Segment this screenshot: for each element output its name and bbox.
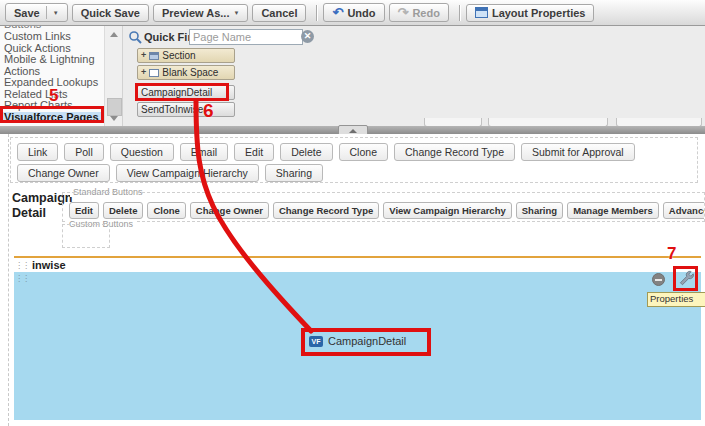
layout-properties-button[interactable]: Layout Properties bbox=[466, 4, 595, 22]
redo-label: Redo bbox=[412, 7, 440, 19]
layout-action-button[interactable]: Edit bbox=[234, 143, 274, 161]
preview-as-button[interactable]: Preview As... ▼ bbox=[153, 4, 248, 22]
palette-item-label: CampaignDetail bbox=[141, 87, 212, 98]
sidebar-item-custom-links[interactable]: Custom Links bbox=[0, 31, 104, 43]
standard-button[interactable]: Change Owner bbox=[190, 202, 269, 219]
layout-action-button[interactable]: Poll bbox=[64, 143, 104, 161]
blank-space-icon bbox=[149, 69, 159, 77]
layout-action-button[interactable]: Change Owner bbox=[17, 164, 110, 182]
remove-section-icon[interactable] bbox=[652, 273, 665, 286]
redo-button[interactable]: ↷ Redo bbox=[389, 3, 449, 22]
save-button[interactable]: Save ▼ bbox=[5, 3, 68, 22]
grip-icon: ⋮⋮ bbox=[15, 261, 29, 270]
standard-buttons-container: EditDeleteCloneChange OwnerChange Record… bbox=[62, 192, 705, 222]
cancel-button[interactable]: Cancel bbox=[252, 4, 306, 22]
preview-as-label: Preview As... bbox=[162, 7, 229, 19]
palette-item-sendtoinwise[interactable]: SendToInwise bbox=[137, 102, 235, 117]
layout-properties-label: Layout Properties bbox=[492, 7, 586, 19]
wrench-properties-icon[interactable] bbox=[677, 270, 694, 287]
layout-action-button[interactable]: Delete bbox=[280, 143, 332, 161]
vf-component-campaigndetail[interactable]: VF CampaignDetail bbox=[309, 335, 406, 347]
undo-label: Undo bbox=[347, 7, 375, 19]
page-layout-editor: Save ▼ Quick Save Preview As... ▼ Cancel… bbox=[0, 0, 705, 426]
standard-button[interactable]: Change Record Type bbox=[273, 202, 379, 219]
sidebar-item-mobile-lightning-actions[interactable]: Mobile & Lightning Actions bbox=[0, 54, 104, 77]
visualforce-badge-icon: VF bbox=[309, 336, 323, 347]
layout-action-button[interactable]: Link bbox=[17, 143, 58, 161]
collapse-icon bbox=[349, 129, 357, 133]
standard-button[interactable]: View Campaign Hierarchy bbox=[383, 202, 512, 219]
palette-category-list: Buttons Custom Links Quick Actions Mobil… bbox=[0, 26, 104, 126]
inwise-section-header[interactable]: ⋮⋮ inwise bbox=[14, 258, 701, 272]
layout-action-button[interactable]: Change Record Type bbox=[394, 143, 515, 161]
scroll-up-icon[interactable] bbox=[110, 32, 118, 37]
chevron-down-icon: ▼ bbox=[53, 10, 59, 16]
layout-properties-icon bbox=[475, 7, 488, 18]
inwise-section-title: inwise bbox=[32, 259, 66, 271]
standard-button[interactable]: Sharing bbox=[516, 202, 563, 219]
palette-item-label: Section bbox=[162, 50, 195, 61]
custom-buttons-container bbox=[62, 224, 110, 248]
scroll-thumb[interactable] bbox=[107, 98, 122, 116]
standard-buttons-row: EditDeleteCloneChange OwnerChange Record… bbox=[69, 200, 705, 219]
standard-button[interactable]: Delete bbox=[103, 202, 144, 219]
standard-button[interactable]: Clone bbox=[147, 202, 185, 219]
undo-button[interactable]: ↶ Undo bbox=[323, 3, 384, 22]
properties-tooltip: Properties bbox=[647, 292, 705, 307]
sidebar-item-expanded-lookups[interactable]: Expanded Lookups bbox=[0, 77, 104, 89]
actions-buttons-container: LinkPollQuestionEmailEditDeleteCloneChan… bbox=[10, 137, 698, 183]
palette-item-section[interactable]: + Section bbox=[137, 48, 235, 63]
layout-action-button[interactable]: View Campaign Hierarchy bbox=[116, 164, 259, 182]
redo-icon: ↷ bbox=[398, 6, 409, 19]
plus-icon: + bbox=[141, 68, 146, 77]
palette-item-campaigndetail[interactable]: CampaignDetail bbox=[137, 85, 235, 100]
layout-action-button[interactable]: Question bbox=[110, 143, 174, 161]
palette-item-label: SendToInwise bbox=[141, 104, 203, 115]
vf-component-label: CampaignDetail bbox=[328, 335, 406, 347]
canvas-left-border bbox=[8, 134, 9, 426]
layout-action-button[interactable]: Submit for Approval bbox=[521, 143, 635, 161]
sidebar-item-report-charts[interactable]: Report Charts bbox=[0, 100, 104, 112]
divider bbox=[316, 5, 317, 21]
palette-item-label: Blank Space bbox=[162, 67, 218, 78]
layout-action-button[interactable]: Clone bbox=[339, 143, 388, 161]
undo-icon: ↶ bbox=[332, 6, 343, 19]
layout-action-button[interactable]: Sharing bbox=[265, 164, 323, 182]
clear-icon[interactable]: ✕ bbox=[301, 30, 314, 43]
sidebar-scrollbar[interactable] bbox=[104, 26, 122, 126]
toolbar: Save ▼ Quick Save Preview As... ▼ Cancel… bbox=[0, 0, 705, 26]
floating-buttons-row-1: LinkPollQuestionEmailEditDeleteCloneChan… bbox=[17, 142, 641, 161]
search-icon bbox=[128, 30, 143, 45]
scroll-down-icon[interactable] bbox=[110, 116, 118, 121]
standard-button[interactable]: Manage Members bbox=[567, 202, 659, 219]
standard-button[interactable]: Edit bbox=[69, 202, 99, 219]
divider bbox=[459, 5, 460, 21]
standard-button[interactable]: Advanced Setup bbox=[663, 202, 705, 219]
grip-icon: ⋮⋮ bbox=[15, 274, 29, 283]
sidebar-item-visualforce-pages[interactable]: Visualforce Pages bbox=[0, 112, 104, 124]
section-icon bbox=[149, 52, 159, 60]
floating-buttons-row-2: Change OwnerView Campaign HierarchyShari… bbox=[17, 163, 329, 182]
plus-icon: + bbox=[141, 51, 146, 60]
layout-action-button[interactable]: Email bbox=[180, 143, 228, 161]
quick-find-input[interactable] bbox=[189, 29, 303, 45]
chevron-down-icon: ▼ bbox=[233, 10, 239, 16]
divider bbox=[46, 6, 47, 19]
palette-item-blank-space[interactable]: + Blank Space bbox=[137, 65, 235, 80]
quick-save-button[interactable]: Quick Save bbox=[72, 4, 149, 22]
save-label: Save bbox=[14, 7, 40, 19]
